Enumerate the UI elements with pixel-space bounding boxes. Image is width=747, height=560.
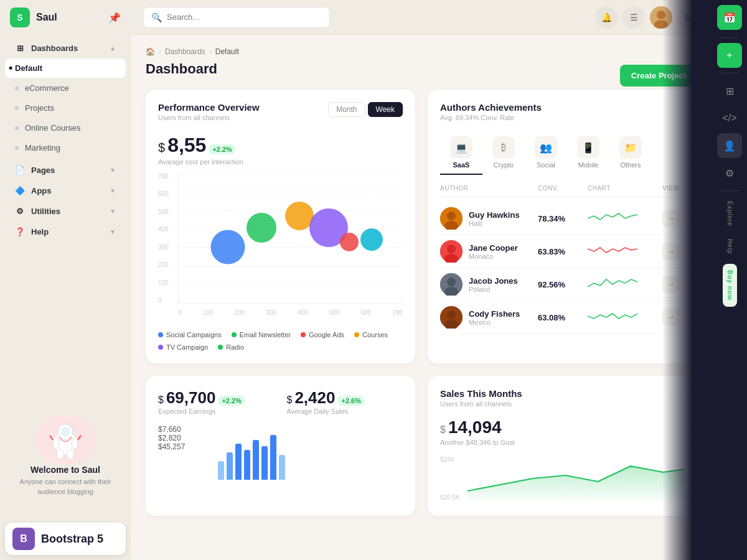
notification-button[interactable]: 🔔 <box>595 6 618 29</box>
search-box[interactable]: 🔍 <box>143 7 330 28</box>
view-btn-guy[interactable]: → <box>662 210 680 227</box>
topbar-icons: 🔔 ☰ ⊞ <box>595 6 700 29</box>
sidebar-item-help[interactable]: ❓ Help ▼ <box>5 222 126 241</box>
bar-5 <box>253 440 259 480</box>
sales-y-axis: $24K $20.5K <box>440 454 460 503</box>
pin-icon[interactable]: 📌 <box>108 12 121 24</box>
sidebar-label-help: Help <box>31 227 49 236</box>
header-conv: CONV. <box>538 185 588 192</box>
period-month-tab[interactable]: Month <box>328 102 365 117</box>
help-label[interactable]: Help <box>726 234 733 259</box>
home-icon[interactable]: 🏠 <box>146 47 155 56</box>
settings-icon-rp[interactable]: ⚙ <box>717 161 742 185</box>
right-panel: 📅 + ⊞ </> 👤 ⚙ Explore Help Buy now <box>712 0 747 560</box>
author-tab-mobile[interactable]: 📱 Mobile <box>567 131 609 175</box>
x-label-0: 0 <box>178 309 182 316</box>
view-btn-cody[interactable]: → <box>662 309 680 326</box>
divider-3 <box>720 190 739 191</box>
sidebar-item-default[interactable]: Default <box>5 58 126 78</box>
bar-1 <box>218 461 224 480</box>
period-week-tab[interactable]: Week <box>368 102 403 117</box>
view-btn-jacob[interactable]: → <box>662 276 680 293</box>
utilities-icon: ⚙ <box>15 206 25 216</box>
bar-8 <box>279 455 285 480</box>
chevron-down-icon-pages: ▼ <box>110 167 116 174</box>
legend-label-social: Social Campaigns <box>166 331 222 338</box>
chart-jane <box>588 243 637 260</box>
view-btn-jane[interactable]: → <box>662 243 680 260</box>
avatar-guy <box>440 207 463 230</box>
search-input[interactable] <box>167 12 322 22</box>
y-label-500: 500 <box>158 208 169 215</box>
bar-6 <box>261 446 268 480</box>
user-avatar[interactable] <box>650 6 672 29</box>
amount-3: $45,257 <box>158 442 208 451</box>
svg-point-17 <box>447 245 456 253</box>
chevron-down-icon-apps: ▼ <box>110 187 116 194</box>
svg-point-4 <box>53 437 59 449</box>
user-icon-rp[interactable]: 👤 <box>717 133 742 158</box>
author-tab-saas[interactable]: 💻 SaaS <box>440 131 482 175</box>
author-country-guy: Haiti <box>469 220 520 227</box>
sidebar-item-apps[interactable]: 🔷 Apps ▼ <box>5 180 126 200</box>
astronaut-illustration <box>34 415 96 465</box>
author-tab-crypto[interactable]: ₿ Crypto <box>482 131 525 175</box>
grid-icon[interactable]: ⊞ <box>717 78 742 103</box>
author-details-cody: Cody Fishers Mexico <box>469 309 520 326</box>
buy-now-button[interactable]: Buy now <box>723 264 737 307</box>
sidebar-item-projects[interactable]: Projects <box>5 98 126 118</box>
x-label-400: 400 <box>298 309 308 316</box>
sales-title: Sales This Months <box>440 388 685 399</box>
author-country-jacob: Poland <box>469 286 518 293</box>
page-title: Dashboard <box>146 61 697 77</box>
legend-dot-social <box>158 332 163 337</box>
earnings-number: 69,700 <box>166 388 216 408</box>
sidebar-item-utilities[interactable]: ⚙ Utilities ▼ <box>5 201 126 221</box>
sidebar-item-marketing[interactable]: Marketing <box>5 138 126 157</box>
welcome-title: Welcome to Saul <box>10 465 121 475</box>
header-author: AUTHOR <box>440 185 538 192</box>
settings-button[interactable]: ⊞ <box>677 6 700 29</box>
legend-dot-email <box>232 332 237 337</box>
sidebar-item-ecommerce[interactable]: eCommerce <box>5 78 126 98</box>
app-logo: S <box>10 7 30 27</box>
sidebar-item-dashboards[interactable]: ⊞ Dashboards ▲ <box>5 38 126 58</box>
bar-4 <box>244 450 250 480</box>
sidebar-label-utilities: Utilities <box>31 207 60 216</box>
bubble <box>360 228 383 251</box>
stats-row: $ 69,700 +2.2% Expected Earnings $ 2,420… <box>158 388 403 415</box>
author-tab-others[interactable]: 📁 Others <box>609 131 652 175</box>
chart-guy <box>588 210 637 227</box>
author-details-guy: Guy Hawkins Haiti <box>469 210 520 227</box>
sidebar-item-pages[interactable]: 📄 Pages ▼ <box>5 160 126 180</box>
sidebar-item-online-courses[interactable]: Online Courses <box>5 118 126 138</box>
bubble <box>211 230 245 264</box>
help-icon: ❓ <box>15 226 25 236</box>
author-row-jane: Jane Cooper Monaco 63.83% → <box>440 235 685 268</box>
period-tabs: Month Week <box>328 102 403 117</box>
sidebar: S Saul 📌 ⊞ Dashboards ▲ Default eCommerc… <box>0 0 131 560</box>
menu-button[interactable]: ☰ <box>622 6 645 29</box>
sidebar-label-dashboards: Dashboards <box>31 44 78 53</box>
author-details-jacob: Jacob Jones Poland <box>469 276 518 293</box>
bootstrap-badge: B Bootstrap 5 <box>5 523 126 555</box>
breadcrumb-dashboards[interactable]: Dashboards <box>165 47 205 56</box>
author-tab-social[interactable]: 👥 Social <box>525 131 567 175</box>
svg-point-14 <box>447 212 456 220</box>
x-label-100: 100 <box>203 309 214 316</box>
divider-1 <box>720 37 739 38</box>
chart-legend: Social Campaigns Email Newsletter Google… <box>158 331 403 351</box>
explore-label[interactable]: Explore <box>726 196 733 231</box>
add-button[interactable]: + <box>717 43 742 68</box>
author-info-cody: Cody Fishers Mexico <box>440 306 538 329</box>
conv-guy: 78.34% <box>538 214 588 223</box>
legend-label-radio: Radio <box>226 343 244 351</box>
daily-badge: +2.6% <box>337 396 365 406</box>
code-icon[interactable]: </> <box>717 106 742 131</box>
create-project-button[interactable]: Create Project <box>620 65 697 86</box>
dot-icon2 <box>15 106 19 110</box>
calendar-button[interactable]: 📅 <box>717 5 742 30</box>
bar-3 <box>235 444 242 480</box>
y-label-300: 300 <box>158 244 169 251</box>
author-tabs: 💻 SaaS ₿ Crypto 👥 Social 📱 <box>440 131 685 175</box>
